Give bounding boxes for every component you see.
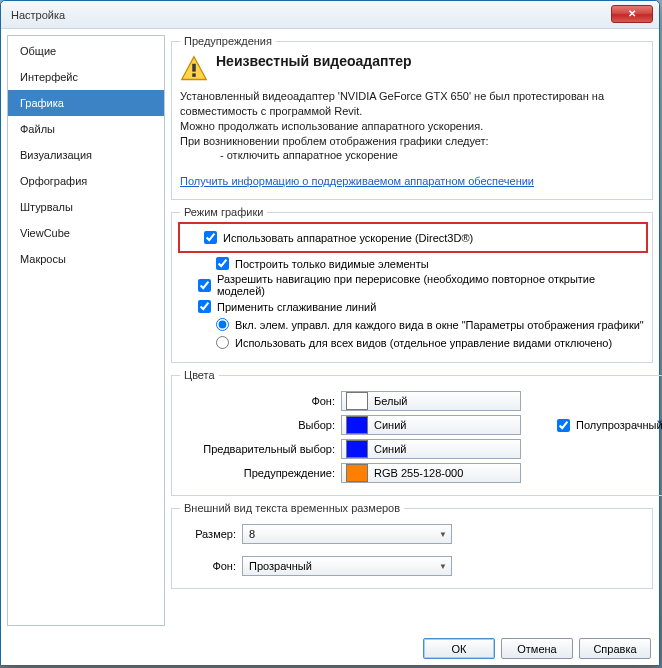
warning-text: Установленный видеоадаптер 'NVIDIA GeFor… bbox=[180, 89, 644, 163]
sidebar-item-viewcube[interactable]: ViewCube bbox=[8, 220, 164, 246]
temp-bg-select[interactable]: Прозрачный ▼ bbox=[242, 556, 452, 576]
graphics-mode-legend: Режим графики bbox=[180, 206, 267, 218]
preselection-color-label: Предварительный выбор: bbox=[180, 443, 335, 455]
selection-color-label: Выбор: bbox=[180, 419, 335, 431]
chevron-down-icon: ▼ bbox=[439, 562, 447, 571]
content-panel: Предупреждения Неизвестный видеоадаптер … bbox=[171, 35, 653, 626]
warnings-legend: Предупреждения bbox=[180, 35, 276, 47]
highlight-box: Использовать аппаратное ускорение (Direc… bbox=[178, 222, 648, 253]
svg-rect-2 bbox=[192, 73, 196, 77]
supported-hardware-link[interactable]: Получить информацию о поддерживаемом апп… bbox=[180, 175, 534, 187]
ok-button[interactable]: ОК bbox=[423, 638, 495, 659]
background-color-button[interactable]: Белый bbox=[341, 391, 521, 411]
sidebar-item-graphics[interactable]: Графика bbox=[8, 90, 164, 116]
smoothing-radio-perview[interactable]: Вкл. элем. управл. для каждого вида в ок… bbox=[216, 318, 644, 331]
chevron-down-icon: ▼ bbox=[439, 530, 447, 539]
background-color-swatch bbox=[346, 392, 368, 410]
colors-legend: Цвета bbox=[180, 369, 219, 381]
smoothing-checkbox[interactable]: Применить сглаживание линий bbox=[198, 300, 644, 313]
hwaccel-checkbox[interactable]: Использовать аппаратное ускорение (Direc… bbox=[204, 231, 640, 244]
svg-rect-1 bbox=[192, 64, 196, 72]
preselection-color-button[interactable]: Синий bbox=[341, 439, 521, 459]
titlebar: Настройка ✕ bbox=[1, 1, 659, 29]
sidebar-item-general[interactable]: Общие bbox=[8, 38, 164, 64]
dialog-buttons: ОК Отмена Справка bbox=[1, 632, 659, 665]
visible-only-checkbox[interactable]: Построить только видимые элементы bbox=[216, 257, 644, 270]
preselection-color-swatch bbox=[346, 440, 368, 458]
colors-group: Цвета Фон: Белый Выбор: Синий bbox=[171, 369, 662, 496]
warnings-group: Предупреждения Неизвестный видеоадаптер … bbox=[171, 35, 653, 200]
temp-text-legend: Внешний вид текста временных размеров bbox=[180, 502, 404, 514]
background-color-label: Фон: bbox=[180, 395, 335, 407]
warning-color-swatch bbox=[346, 464, 368, 482]
warning-color-label: Предупреждение: bbox=[180, 467, 335, 479]
sidebar-item-rendering[interactable]: Визуализация bbox=[8, 142, 164, 168]
selection-color-button[interactable]: Синий bbox=[341, 415, 521, 435]
selection-color-swatch bbox=[346, 416, 368, 434]
warning-icon bbox=[180, 55, 208, 83]
help-button[interactable]: Справка bbox=[579, 638, 651, 659]
cancel-button[interactable]: Отмена bbox=[501, 638, 573, 659]
size-select[interactable]: 8 ▼ bbox=[242, 524, 452, 544]
settings-dialog: Настройка ✕ Общие Интерфейс Графика Файл… bbox=[0, 0, 660, 666]
close-button[interactable]: ✕ bbox=[611, 5, 653, 23]
sidebar: Общие Интерфейс Графика Файлы Визуализац… bbox=[7, 35, 165, 626]
graphics-mode-group: Режим графики Использовать аппаратное ус… bbox=[171, 206, 653, 363]
temp-text-group: Внешний вид текста временных размеров Ра… bbox=[171, 502, 653, 589]
window-title: Настройка bbox=[11, 9, 65, 21]
nav-redraw-checkbox[interactable]: Разрешить навигацию при перерисовке (нео… bbox=[198, 273, 644, 297]
temp-bg-label: Фон: bbox=[180, 560, 236, 572]
sidebar-item-macros[interactable]: Макросы bbox=[8, 246, 164, 272]
smoothing-radio-all[interactable]: Использовать для всех видов (отдельное у… bbox=[216, 336, 644, 349]
close-icon: ✕ bbox=[628, 8, 636, 19]
warning-color-button[interactable]: RGB 255-128-000 bbox=[341, 463, 521, 483]
sidebar-item-steeringwheels[interactable]: Штурвалы bbox=[8, 194, 164, 220]
size-label: Размер: bbox=[180, 528, 236, 540]
sidebar-item-files[interactable]: Файлы bbox=[8, 116, 164, 142]
sidebar-item-spelling[interactable]: Орфография bbox=[8, 168, 164, 194]
semitransparent-checkbox[interactable]: Полупрозрачный bbox=[557, 419, 662, 432]
warning-heading: Неизвестный видеоадаптер bbox=[216, 53, 412, 69]
sidebar-item-interface[interactable]: Интерфейс bbox=[8, 64, 164, 90]
